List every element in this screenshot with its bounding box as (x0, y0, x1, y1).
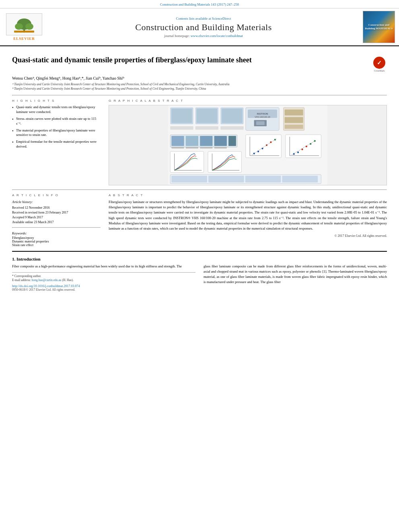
svg-rect-43 (246, 135, 282, 158)
intro-right-body: glass fiber laminate composite can be ma… (204, 264, 387, 284)
intro-left-body: Fiber composite as a high-performance en… (12, 264, 182, 268)
corr-author-label: * Corresponding author. (12, 274, 41, 278)
svg-rect-33 (171, 147, 184, 148)
cover-text: Construction and Building MATERIALS (365, 23, 393, 31)
svg-rect-30 (200, 136, 212, 146)
keywords-label: Keywords: (12, 231, 101, 235)
svg-rect-66 (245, 176, 281, 183)
journal-ref-text: Construction and Building Materials 143 … (160, 2, 239, 6)
introduction-section: 1. Introduction Fiber composite as a hig… (12, 253, 387, 292)
crossmark-badge[interactable]: ✓ CrossMark (372, 57, 387, 72)
highlight-item-2: Stress–strain curves were plotted with s… (12, 117, 101, 126)
highlights-list: Quasi-static and dynamic tensile tests o… (12, 105, 101, 149)
revised-date: Received in revised form 23 February 201… (12, 210, 101, 215)
affiliations: ᵃ Tianjin University and Curtin Universi… (12, 82, 387, 91)
doi-url[interactable]: http://dx.doi.org/10.1016/j.conbuildmat.… (12, 284, 80, 288)
paper-content: Quasi-static and dynamic tensile propert… (0, 46, 399, 296)
svg-rect-14 (195, 126, 218, 129)
email-note: E-mail address: hong.hao@curtin.edu.au (… (12, 278, 195, 283)
svg-rect-25 (285, 117, 303, 123)
footnotes: * Corresponding author. E-mail address: … (12, 272, 195, 283)
homepage-url[interactable]: www.elsevier.com/locate/conbuildmat (191, 34, 243, 38)
intro-heading: 1. Introduction (12, 257, 387, 261)
affiliation-b: ᵇ Tianjin University and Curtin Universi… (12, 87, 387, 91)
thick-divider-intro (12, 251, 387, 252)
email-label: E-mail address: (12, 278, 31, 282)
svg-rect-31 (214, 136, 227, 146)
svg-rect-26 (285, 125, 303, 129)
svg-rect-13 (170, 126, 193, 129)
authors-text: Wensu Chenᵃ, Qingfei Mengᵃ, Hong Haoᵃ,*,… (12, 76, 124, 80)
svg-rect-34 (186, 147, 198, 148)
svg-rect-36 (214, 147, 227, 148)
highlights-graphical-section: H I G H L I G H T S Quasi-static and dyn… (12, 99, 387, 185)
abstract-text: Fiberglass/epoxy laminate or structures … (109, 199, 387, 238)
sciencedirect-link[interactable]: ScienceDirect (212, 16, 231, 21)
kw-divider (12, 227, 101, 228)
doi-line[interactable]: http://dx.doi.org/10.1016/j.conbuildmat.… (12, 284, 195, 288)
graphical-abstract-col: G R A P H I C A L A B S T R A C T (109, 99, 387, 185)
accepted-date: Accepted 9 March 2017 (12, 215, 101, 220)
article-history: Article history: Received 12 November 20… (12, 199, 101, 225)
intro-number: 1. (12, 257, 15, 261)
crossmark-label: CrossMark (374, 70, 385, 72)
article-title-row: Quasi-static and dynamic tensile propert… (12, 55, 387, 72)
journal-reference: Construction and Building Materials 143 … (0, 0, 399, 8)
contents-available-line: Contents lists available at ScienceDirec… (48, 16, 359, 21)
svg-point-58 (301, 148, 303, 150)
issn-text: 0950-0618/© 2017 Elsevier Ltd. All right… (12, 288, 75, 292)
abstract-col: A B S T R A C T Fiberglass/epoxy laminat… (109, 193, 387, 247)
svg-rect-15 (220, 126, 243, 129)
keywords-section: Keywords: Fiberglass/epoxy Dynamic mater… (12, 231, 101, 247)
svg-rect-10 (197, 109, 217, 123)
svg-rect-32 (228, 136, 236, 146)
article-info-abstract-section: A R T I C L E I N F O Article history: R… (12, 193, 387, 247)
graphical-abstract-label: G R A P H I C A L A B S T R A C T (109, 99, 387, 103)
svg-text:VHS 160/100-20: VHS 160/100-20 (255, 116, 270, 118)
copyright-line: © 2017 Elsevier Ltd. All rights reserved… (109, 234, 387, 238)
svg-rect-22 (256, 121, 265, 125)
svg-rect-8 (171, 109, 192, 123)
elsevier-logo-image (6, 13, 42, 35)
svg-rect-12 (222, 109, 242, 123)
highlights-col: H I G H L I G H T S Quasi-static and dyn… (12, 99, 101, 185)
elsevier-tree-svg (10, 15, 38, 33)
highlight-item-4: Empirical formulae for the tensile mater… (12, 140, 101, 149)
journal-cover-image: Construction and Building MATERIALS (363, 11, 395, 43)
article-title: Quasi-static and dynamic tensile propert… (12, 55, 368, 65)
intro-title: Introduction (16, 257, 41, 261)
graphical-abstract-svg: INSTRON VHS 160/100-20 (109, 105, 387, 185)
intro-left-col: Fiber composite as a high-performance en… (12, 264, 195, 292)
svg-rect-65 (208, 176, 244, 183)
corresponding-author-note: * Corresponding author. (12, 274, 195, 279)
article-info-label: A R T I C L E I N F O (12, 193, 101, 197)
graphical-abstract-image: INSTRON VHS 160/100-20 (109, 105, 387, 185)
homepage-line: journal homepage: www.elsevier.com/locat… (48, 34, 359, 38)
intro-two-col: Fiber composite as a high-performance en… (12, 264, 387, 292)
article-info-col: A R T I C L E I N F O Article history: R… (12, 193, 101, 247)
highlight-item-3: The material properties of fiberglass/ep… (12, 128, 101, 138)
svg-rect-35 (200, 147, 212, 148)
received-date: Received 12 November 2016 (12, 205, 101, 210)
email-suffix: (H. Hao). (62, 278, 74, 282)
header-center: Contents lists available at ScienceDirec… (48, 16, 359, 38)
svg-rect-28 (171, 136, 184, 146)
highlights-label: H I G H L I G H T S (12, 99, 101, 103)
svg-point-3 (25, 23, 33, 30)
journal-header: ELSEVIER Contents lists available at Sci… (0, 8, 399, 46)
svg-rect-67 (282, 176, 318, 183)
svg-rect-64 (171, 176, 207, 183)
keyword-2: Dynamic material properties (12, 240, 101, 243)
homepage-prefix: journal homepage: (164, 34, 190, 38)
svg-point-57 (297, 152, 299, 153)
svg-rect-29 (186, 136, 198, 146)
abstract-label: A B S T R A C T (109, 193, 387, 197)
email-value[interactable]: hong.hao@curtin.edu.au (32, 278, 62, 282)
intro-left-text: Fiber composite as a high-performance en… (12, 264, 195, 269)
history-title: Article history: (12, 199, 101, 205)
svg-rect-24 (285, 109, 303, 115)
svg-rect-40 (208, 152, 241, 173)
svg-point-2 (15, 23, 23, 30)
issn-line: 0950-0618/© 2017 Elsevier Ltd. All right… (12, 288, 195, 292)
intro-right-text: glass fiber laminate composite can be ma… (204, 264, 387, 285)
